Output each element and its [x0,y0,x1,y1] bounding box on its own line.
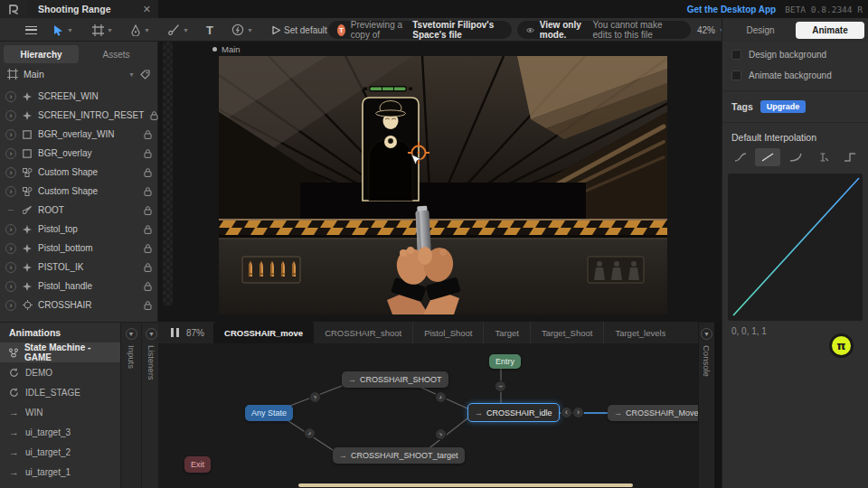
tab-assets[interactable]: Assets [79,45,154,63]
design-background-swatch[interactable] [731,50,741,60]
knife-tool-button[interactable]: ▼ [168,18,189,42]
expand-icon[interactable]: › [5,129,16,140]
artboard-row[interactable]: Main ▼ [0,65,157,83]
tab-animation[interactable]: Target [484,322,530,343]
interp-linear-icon[interactable] [755,148,780,166]
tree-row[interactable]: › Pistol_handle [0,277,157,296]
main-menu-button[interactable] [25,18,37,42]
state-machine-graph[interactable]: Entry →CROSSHAIR_SHOOT Any State →CROSSH… [158,343,698,488]
back-wall [300,183,586,221]
expand-icon[interactable]: › [5,300,16,311]
tree-row[interactable]: › PISTOL_IK [0,258,157,277]
tree-row[interactable]: › CROSSHAIR [0,296,157,314]
group-icon [22,244,33,253]
design-background-row[interactable]: Design background [722,47,868,62]
transition-condition-badge[interactable]: › [572,407,584,418]
transition-condition-badge[interactable]: ‹ [561,407,572,418]
lock-icon [144,168,152,177]
chevron-down-icon: ▼ [144,27,150,33]
expand-icon[interactable]: › [5,224,16,235]
entry-node[interactable]: Entry [489,354,521,369]
animate-mode-button[interactable]: Animate [796,22,864,39]
tree-row[interactable]: › Pistol_bottom [0,239,157,258]
animate-background-row[interactable]: Animate background [722,68,868,83]
transition-condition-badge[interactable]: › [495,380,506,392]
tab-animation[interactable]: CROSSHAIR_move [213,322,314,343]
pen-icon [130,24,141,36]
expand-icon[interactable]: › [5,281,16,292]
animation-item[interactable]: DEMO [0,362,120,382]
interp-cubic-icon[interactable] [728,148,753,166]
exit-node[interactable]: Exit [184,456,211,473]
pause-icon[interactable] [171,328,179,337]
animate-background-swatch[interactable] [731,70,741,80]
animation-item[interactable]: State Machine - GAME [0,343,120,362]
animation-item[interactable]: IDLE_STAGE [0,382,120,402]
text-tool-button[interactable]: T [206,18,213,42]
document-tab[interactable]: Shooting Range ✕ [27,0,158,18]
rive-logo[interactable] [0,0,27,18]
interp-ease-icon[interactable] [782,148,807,166]
tree-row[interactable]: › Custom Shape [0,163,157,182]
expand-panel-icon[interactable]: ▼ [701,328,712,340]
artboard-tool-button[interactable]: ▼ [92,18,113,42]
default-interpolation-title: Default Interpolation [722,130,868,148]
expand-panel-icon[interactable]: ▼ [126,328,137,340]
state-node[interactable]: →CROSSHAIR_SHOOT [342,371,448,388]
animation-item[interactable]: ui_target_2 [0,442,120,462]
design-mode-button[interactable]: Design [726,22,795,39]
lock-icon [144,282,152,291]
inputs-strip[interactable]: ▼ Inputs [120,322,141,488]
animation-item[interactable]: ui_target_1 [0,462,120,482]
tab-hierarchy[interactable]: Hierarchy [4,45,79,63]
tree-row[interactable]: › Custom Shape [0,182,157,201]
tab-animation[interactable]: Pistol_Shoot [413,322,484,343]
upgrade-badge[interactable]: Upgrade [760,100,807,113]
stage-canvas[interactable]: Main [158,42,722,322]
user-avatar[interactable]: π [829,333,854,358]
tree-row[interactable]: › BGR_overlay_WIN [0,125,157,144]
interp-hold-icon[interactable] [837,148,863,166]
state-node[interactable]: →CROSSHAIR_Move [608,405,705,421]
eye-icon [526,26,534,34]
pen-tool-button[interactable]: ▼ [130,18,150,42]
tree-row[interactable]: › SCREEN_WIN [0,87,157,106]
rectangle-icon [22,149,33,158]
tab-animation[interactable]: CROSSHAIR_shoot [314,322,413,343]
expand-icon[interactable]: › [5,243,16,254]
select-tool-button[interactable]: ▼ [52,18,73,42]
chevron-down-icon[interactable]: ▼ [128,71,135,78]
interpolation-curve-editor[interactable] [728,174,863,321]
one-shot-icon: → [475,408,483,418]
artboard-label[interactable]: Main [212,44,241,54]
tab-animation[interactable]: Target_levels [604,322,665,343]
horizontal-scrollbar[interactable] [298,483,633,487]
expand-icon[interactable]: › [5,91,16,102]
desktop-app-link[interactable]: Get the Desktop App [687,5,777,14]
any-state-node[interactable]: Any State [245,405,293,421]
interp-cursor-icon[interactable] [810,148,835,166]
tree-row[interactable]: ROOT [0,201,157,220]
expand-icon[interactable]: › [5,110,16,121]
tab-animation[interactable]: Target_Shoot [531,322,605,343]
graph-zoom-value[interactable]: 87% [186,328,204,338]
expand-icon[interactable]: › [5,186,16,197]
expand-icon[interactable]: › [5,167,16,178]
state-node[interactable]: →CROSSHAIR_SHOOT_target [333,447,465,464]
console-strip[interactable]: ▼ Console [698,322,714,488]
console-label: Console [702,345,712,377]
tag-icon[interactable] [140,70,150,80]
selected-state-node[interactable]: →CROSSHAIR_idle [467,403,560,422]
close-tab-icon[interactable]: ✕ [143,4,151,15]
animation-item[interactable]: WIN [0,402,120,422]
bolt-circle-icon [231,23,244,36]
bone-icon [22,205,33,215]
expand-panel-icon[interactable]: ▼ [146,328,157,340]
tree-row[interactable]: › Pistol_top [0,220,157,239]
animation-item[interactable]: ui_target_3 [0,422,120,442]
effects-tool-button[interactable]: ▼ [231,18,253,42]
expand-icon[interactable]: › [5,148,16,159]
expand-icon[interactable]: › [5,262,16,273]
tree-row[interactable]: › SCREEN_INTRO_RESET [0,106,157,125]
tree-row[interactable]: › BGR_overlay [0,144,157,163]
